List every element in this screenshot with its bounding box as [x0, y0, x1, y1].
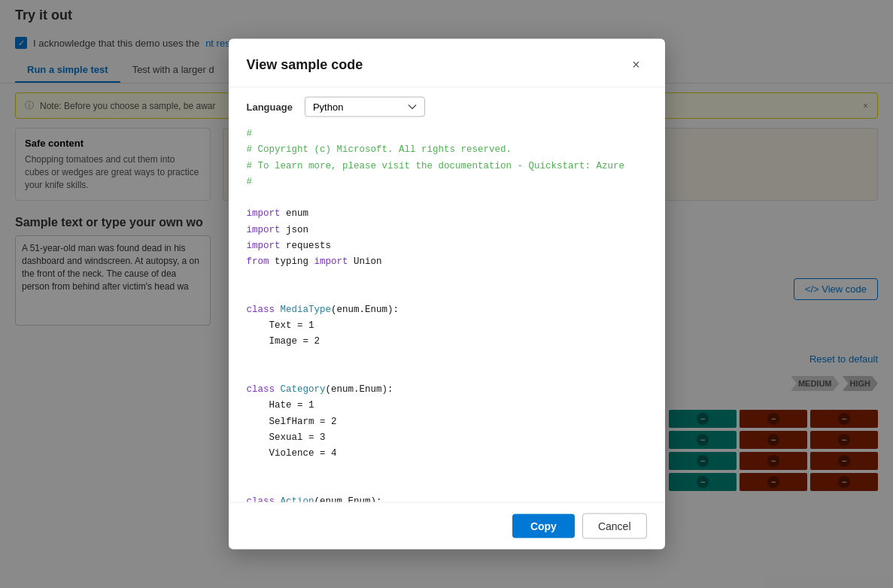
modal-close-button[interactable]: ×: [626, 54, 647, 75]
code-area[interactable]: # # Copyright (c) Microsoft. All rights …: [229, 126, 665, 502]
copy-button[interactable]: Copy: [512, 514, 575, 538]
modal-header: View sample code ×: [229, 39, 665, 88]
cancel-button[interactable]: Cancel: [582, 514, 647, 539]
language-row: Language Python C# JavaScript Java: [229, 88, 665, 126]
modal-footer: Copy Cancel: [229, 502, 665, 550]
language-select[interactable]: Python C# JavaScript Java: [305, 97, 425, 117]
code-block: # # Copyright (c) Microsoft. All rights …: [247, 126, 647, 502]
modal-title: View sample code: [247, 56, 363, 72]
view-sample-code-modal: View sample code × Language Python C# Ja…: [229, 39, 665, 550]
language-label: Language: [247, 102, 293, 113]
